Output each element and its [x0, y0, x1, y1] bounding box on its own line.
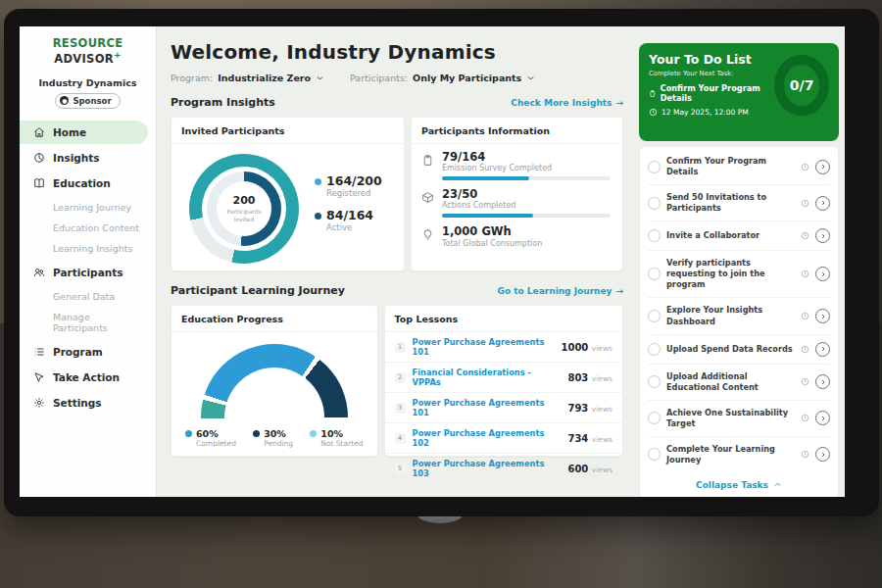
logo-advisor: ADVISOR — [54, 52, 114, 66]
task-go-button[interactable] — [815, 160, 830, 174]
task-checkbox[interactable] — [648, 268, 661, 280]
legend-value: 30% — [264, 428, 293, 439]
insights-cards-row: Invited Participants 200 Participants In… — [171, 117, 623, 271]
card-title: Education Progress — [172, 306, 377, 332]
lesson-link[interactable]: Power Purchase Agreements 101 — [413, 398, 562, 417]
lesson-views: 793 — [567, 403, 588, 414]
task-go-button[interactable] — [815, 228, 830, 243]
main-content: Welcome, Industry Dynamics Program: Indu… — [157, 26, 635, 497]
task-label: Verify participants requesting to join t… — [666, 258, 795, 290]
task-row-send-invitations[interactable]: Send 50 Invitations to Participants — [648, 185, 830, 221]
legend-value: 10% — [320, 428, 363, 439]
arrow-right-icon: → — [615, 98, 623, 108]
task-checkbox[interactable] — [648, 343, 661, 356]
gauge-legend: 60% Completed 30% Pending 10% — [172, 418, 377, 448]
task-row-verify-participants[interactable]: Verify participants requesting to join t… — [648, 251, 830, 298]
sidebar-item-learning-insights[interactable]: Learning Insights — [20, 238, 156, 259]
task-checkbox[interactable] — [648, 412, 661, 424]
take-action-icon — [33, 371, 45, 383]
task-go-button[interactable] — [815, 342, 830, 357]
task-row-achieve-sustainability-target[interactable]: Achieve One Sustainability Target — [648, 401, 830, 437]
task-row-complete-learning-journey[interactable]: Complete Your Learning Journey — [648, 437, 830, 472]
learning-journey-title: Participant Learning Journey — [171, 284, 345, 297]
check-more-insights-link[interactable]: Check More Insights → — [511, 98, 623, 108]
task-checkbox[interactable] — [648, 375, 661, 388]
task-checkbox[interactable] — [648, 310, 661, 322]
sidebar-item-education[interactable]: Education — [20, 172, 148, 195]
legend-pending: 30% Pending — [253, 428, 293, 448]
task-checkbox[interactable] — [648, 229, 661, 242]
sidebar-item-label: Education — [53, 177, 111, 189]
task-go-button[interactable] — [815, 411, 830, 425]
lesson-views: 803 — [567, 372, 588, 383]
task-go-button[interactable] — [815, 267, 830, 281]
task-checkbox[interactable] — [648, 448, 661, 461]
task-row-confirm-program[interactable]: Confirm Your Program Details — [648, 149, 830, 185]
sponsor-badge[interactable]: ● Sponsor — [55, 93, 120, 109]
sidebar-item-insights[interactable]: Insights — [20, 146, 148, 170]
lesson-row: 4 Power Purchase Agreements 102 734 view… — [385, 423, 622, 454]
sidebar-item-settings[interactable]: Settings — [20, 391, 148, 415]
task-row-upload-educational-content[interactable]: Upload Additional Educational Content — [648, 365, 830, 401]
sidebar-item-participants[interactable]: Participants — [20, 261, 148, 284]
lesson-row: 3 Power Purchase Agreements 101 793 view… — [385, 393, 622, 423]
program-value: Industrialize Zero — [218, 73, 311, 83]
card-title: Participants Information — [412, 118, 622, 144]
task-go-button[interactable] — [815, 309, 830, 323]
clock-icon — [801, 377, 809, 386]
views-label: views — [592, 405, 612, 414]
legend-value: 60% — [196, 428, 236, 439]
sidebar-item-label: Take Action — [53, 371, 120, 383]
participants-label: Participants: — [350, 73, 408, 83]
lesson-link[interactable]: Financial Considerations - VPPAs — [413, 368, 562, 387]
lesson-link[interactable]: Power Purchase Agreements 103 — [413, 459, 562, 478]
views-label: views — [592, 374, 612, 383]
legend-dot — [253, 430, 260, 437]
stat-global-consumption: 1,000 GWh Total Global Consumption — [421, 225, 611, 247]
donut-center-value: 200 — [233, 194, 256, 207]
program-select[interactable]: Program: Industrialize Zero — [171, 73, 324, 83]
sidebar-item-manage-participants[interactable]: Manage Participants — [20, 307, 156, 338]
task-row-upload-spend-data[interactable]: Upload Spend Data Records — [648, 335, 830, 365]
invited-legend: 164/200 Registered 84/164 Active — [315, 174, 382, 243]
sidebar-item-general-data[interactable]: General Data — [20, 286, 156, 307]
lesson-link[interactable]: Power Purchase Agreements 101 — [413, 337, 555, 357]
task-checkbox[interactable] — [648, 197, 661, 210]
sidebar-item-label: Participants — [53, 267, 122, 278]
task-go-button[interactable] — [815, 447, 830, 462]
logo-plus: + — [114, 50, 122, 60]
task-go-button[interactable] — [815, 196, 830, 211]
chevron-up-icon — [773, 480, 782, 489]
legend-active: 84/164 Active — [315, 209, 382, 232]
views-label: views — [592, 435, 612, 444]
app-window: RESOURCE ADVISOR+ Industry Dynamics ● Sp… — [20, 26, 845, 497]
chevron-right-icon — [819, 232, 827, 240]
task-go-button[interactable] — [815, 374, 830, 389]
sidebar-item-take-action[interactable]: Take Action — [20, 366, 148, 389]
legend-label: Registered — [326, 188, 382, 198]
legend-dot — [310, 430, 317, 437]
logo-resource: RESOURCE — [53, 36, 123, 50]
task-checkbox[interactable] — [648, 161, 661, 173]
collapse-tasks-link[interactable]: Collapse Tasks — [648, 472, 830, 497]
task-row-explore-insights[interactable]: Explore Your Insights Dashboard — [648, 298, 830, 334]
legend-value: 84/164 — [326, 209, 373, 222]
stat-value: 79/164 — [442, 151, 611, 164]
lesson-row: 5 Power Purchase Agreements 103 600 view… — [385, 454, 622, 483]
sidebar-item-learning-journey[interactable]: Learning Journey — [20, 197, 156, 218]
top-lessons-card: Top Lessons 1 Power Purchase Agreements … — [384, 305, 623, 457]
sidebar-item-home[interactable]: Home — [20, 121, 148, 144]
go-to-learning-journey-link[interactable]: Go to Learning Journey → — [498, 286, 623, 296]
cube-icon — [421, 191, 434, 204]
legend-not-started: 10% Not Started — [310, 428, 363, 448]
todo-subtitle: Complete Your Next Task: — [649, 70, 774, 77]
lesson-link[interactable]: Power Purchase Agreements 102 — [413, 428, 562, 448]
todo-counter: 0/7 — [790, 77, 814, 93]
task-row-invite-collaborator[interactable]: Invite a Collaborator — [648, 221, 830, 251]
todo-panel: Your To Do List Complete Your Next Task:… — [635, 26, 845, 497]
todo-next-task[interactable]: Confirm Your Program Details — [649, 83, 774, 103]
clock-icon — [801, 312, 809, 320]
participants-select[interactable]: Participants: Only My Participants — [350, 73, 535, 83]
sidebar-item-education-content[interactable]: Education Content — [20, 218, 156, 238]
sidebar-item-program[interactable]: Program — [20, 340, 148, 364]
